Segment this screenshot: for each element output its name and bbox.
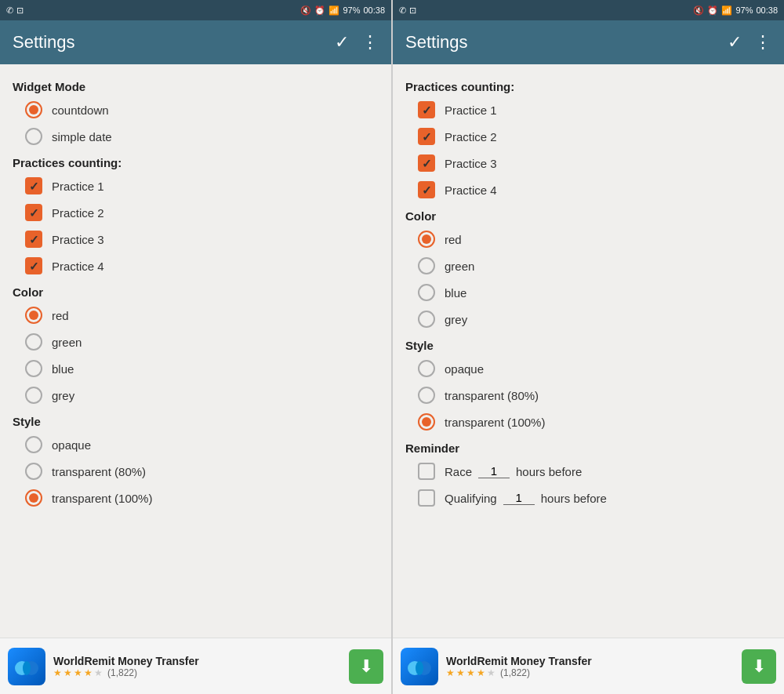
radio-item-grey[interactable]: grey <box>13 382 379 409</box>
radio-label: transparent (80%) <box>445 389 539 402</box>
checkbox-item-Practice-2[interactable]: ✓Practice 2 <box>405 123 771 150</box>
section-header: Color <box>13 285 379 299</box>
radio-inner-dot <box>29 105 38 114</box>
radio-button <box>25 436 42 453</box>
svg-point-5 <box>416 661 423 675</box>
radio-item-countdown[interactable]: countdown <box>13 96 379 123</box>
checkbox-item-Practice-3[interactable]: ✓Practice 3 <box>13 226 379 253</box>
section-header: Style <box>405 339 771 352</box>
radio-item-transparent-80[interactable]: transparent (80%) <box>405 382 771 409</box>
checkbox-label: Practice 4 <box>445 183 497 197</box>
mute-icon: 🔇 <box>693 5 704 16</box>
ad-text-area: WorldRemit Money Transfer★★★★★(1,822) <box>53 655 341 678</box>
radio-item-simple-date[interactable]: simple date <box>13 123 379 150</box>
reminder-checkbox[interactable] <box>418 463 435 480</box>
radio-label: simple date <box>52 130 112 144</box>
radio-button <box>25 128 42 145</box>
radio-item-opaque[interactable]: opaque <box>13 431 379 458</box>
confirm-button[interactable]: ✓ <box>728 32 742 53</box>
radio-label: opaque <box>445 362 484 376</box>
radio-label: grey <box>445 313 467 326</box>
radio-label: red <box>52 309 69 322</box>
panel-right: ✆ ⊡ 🔇 ⏰ 📶 97% 00:38 Settings✓⋮Practices … <box>393 0 784 694</box>
radio-item-transparent-100[interactable]: transparent (100%) <box>13 485 379 511</box>
ad-download-button[interactable]: ⬇ <box>742 649 776 684</box>
radio-button <box>25 387 42 404</box>
star-filled-icon: ★ <box>466 667 475 678</box>
radio-item-blue[interactable]: blue <box>405 279 771 306</box>
app-bar-title: Settings <box>13 32 335 53</box>
checkbox-item-Practice-4[interactable]: ✓Practice 4 <box>405 176 771 203</box>
ad-reviews: (1,822) <box>107 667 137 678</box>
radio-item-blue[interactable]: blue <box>13 355 379 382</box>
ad-stars-row: ★★★★★(1,822) <box>53 667 341 678</box>
settings-content: Practices counting:✓Practice 1✓Practice … <box>393 64 784 638</box>
star-filled-icon: ★ <box>456 667 465 678</box>
radio-button <box>25 489 42 507</box>
star-filled-icon: ★ <box>64 667 72 678</box>
checkbox-check-icon: ✓ <box>29 260 39 272</box>
overflow-menu-button[interactable]: ⋮ <box>361 32 379 53</box>
radio-item-opaque[interactable]: opaque <box>405 355 771 382</box>
confirm-button[interactable]: ✓ <box>335 32 349 53</box>
checkbox-item-Practice-3[interactable]: ✓Practice 3 <box>405 150 771 176</box>
ad-download-button[interactable]: ⬇ <box>349 649 383 684</box>
phone-icon: ✆ <box>399 5 406 16</box>
ad-title: WorldRemit Money Transfer <box>53 655 341 667</box>
checkbox-item-Practice-4[interactable]: ✓Practice 4 <box>13 253 379 279</box>
checkbox-box: ✓ <box>418 181 435 198</box>
radio-item-transparent-80[interactable]: transparent (80%) <box>13 458 379 485</box>
radio-item-red[interactable]: red <box>13 302 379 329</box>
checkbox-check-icon: ✓ <box>422 104 432 116</box>
app-bar: Settings✓⋮ <box>393 20 784 64</box>
checkbox-label: Practice 3 <box>445 157 497 170</box>
status-bar: ✆ ⊡ 🔇 ⏰ 📶 97% 00:38 <box>393 0 784 20</box>
radio-item-green[interactable]: green <box>13 329 379 355</box>
reminder-hours-input[interactable] <box>478 464 510 478</box>
alarm-icon: ⏰ <box>707 5 718 16</box>
star-filled-icon: ★ <box>84 667 93 678</box>
checkbox-check-icon: ✓ <box>422 158 432 169</box>
ad-logo <box>401 648 438 685</box>
radio-label: green <box>445 260 474 273</box>
checkbox-item-Practice-2[interactable]: ✓Practice 2 <box>13 199 379 226</box>
reminder-row-qualifying: Qualifyinghours before <box>405 485 771 511</box>
ad-logo-svg <box>405 652 434 681</box>
checkbox-label: Practice 2 <box>445 130 497 144</box>
checkbox-label: Practice 1 <box>52 180 104 193</box>
time-text: 00:38 <box>756 5 778 15</box>
checkbox-box: ✓ <box>25 177 42 194</box>
checkbox-check-icon: ✓ <box>29 234 39 245</box>
notification-icon: ⊡ <box>409 5 416 16</box>
overflow-menu-button[interactable]: ⋮ <box>754 32 771 53</box>
reminder-hours-input[interactable] <box>503 491 535 505</box>
radio-button <box>418 231 435 248</box>
checkbox-check-icon: ✓ <box>29 207 39 219</box>
radio-item-green[interactable]: green <box>405 253 771 279</box>
status-left-icons: ✆ ⊡ <box>6 5 24 16</box>
checkbox-item-Practice-1[interactable]: ✓Practice 1 <box>405 96 771 123</box>
radio-label: transparent (80%) <box>52 465 146 478</box>
radio-label: blue <box>52 362 74 376</box>
radio-item-transparent-100[interactable]: transparent (100%) <box>405 409 771 435</box>
star-empty-icon: ★ <box>487 667 495 678</box>
download-icon: ⬇ <box>752 656 766 677</box>
ad-logo <box>8 648 45 685</box>
radio-button <box>418 257 435 274</box>
radio-button <box>25 360 42 377</box>
radio-label: opaque <box>52 438 91 452</box>
checkbox-item-Practice-1[interactable]: ✓Practice 1 <box>13 173 379 199</box>
reminder-checkbox[interactable] <box>418 489 435 507</box>
section-header: Style <box>13 415 379 428</box>
section-header: Practices counting: <box>405 80 771 93</box>
radio-inner-dot <box>29 311 38 320</box>
radio-button <box>418 413 435 431</box>
radio-button <box>25 333 42 351</box>
radio-item-red[interactable]: red <box>405 226 771 253</box>
radio-button <box>418 284 435 301</box>
star-filled-icon: ★ <box>446 667 455 678</box>
app-bar-actions: ✓⋮ <box>335 32 379 53</box>
radio-item-grey[interactable]: grey <box>405 306 771 332</box>
radio-button <box>418 360 435 377</box>
section-header: Widget Mode <box>13 80 379 93</box>
